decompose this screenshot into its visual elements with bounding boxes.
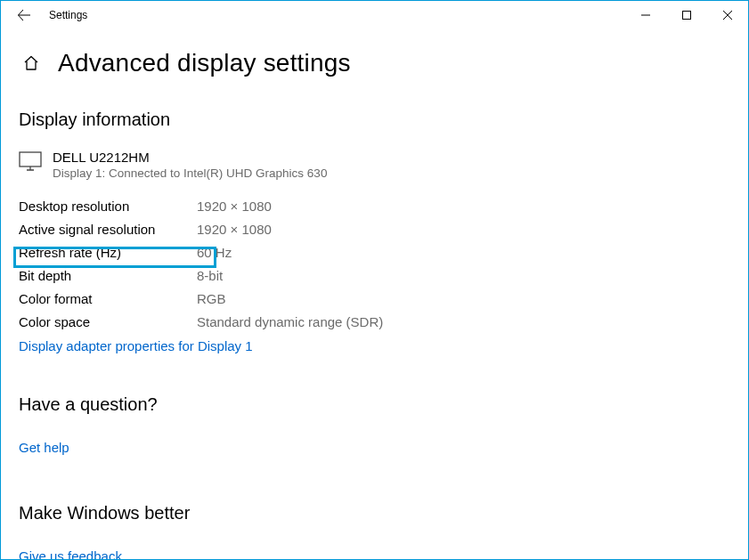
have-a-question-section: Have a question? Get help: [19, 394, 730, 455]
content-area: Advanced display settings Display inform…: [1, 49, 748, 560]
monitor-name: DELL U2212HM: [53, 150, 327, 165]
prop-row-color-format: Color format RGB: [19, 287, 730, 310]
prop-label: Color space: [19, 314, 197, 329]
minimize-button[interactable]: [625, 1, 666, 29]
monitor-icon: [19, 151, 44, 171]
prop-row-refresh-rate: Refresh rate (Hz) 60 Hz: [19, 240, 730, 264]
display-properties-table: Desktop resolution 1920 × 1080 Active si…: [19, 194, 730, 333]
display-info-heading: Display information: [19, 110, 730, 130]
give-feedback-link[interactable]: Give us feedback: [19, 548, 122, 560]
window-title: Settings: [49, 9, 87, 21]
close-button[interactable]: [707, 1, 748, 29]
prop-value: Standard dynamic range (SDR): [197, 314, 383, 329]
make-windows-better-section: Make Windows better Give us feedback: [19, 503, 730, 560]
get-help-link[interactable]: Get help: [19, 440, 69, 455]
prop-row-active-signal-resolution: Active signal resolution 1920 × 1080: [19, 217, 730, 240]
maximize-icon: [682, 11, 691, 20]
prop-label: Color format: [19, 291, 197, 306]
prop-label: Active signal resolution: [19, 222, 197, 237]
window-controls: [625, 1, 748, 29]
prop-value: 60 Hz: [197, 245, 232, 260]
page-header: Advanced display settings: [19, 49, 730, 77]
prop-label: Bit depth: [19, 268, 197, 283]
prop-label: Refresh rate (Hz): [19, 245, 197, 260]
prop-value: 1920 × 1080: [197, 222, 272, 237]
monitor-summary: DELL U2212HM Display 1: Connected to Int…: [19, 150, 730, 180]
prop-label: Desktop resolution: [19, 199, 197, 214]
monitor-description: Display 1: Connected to Intel(R) UHD Gra…: [53, 166, 327, 180]
minimize-icon: [641, 11, 650, 20]
prop-value: RGB: [197, 291, 226, 306]
prop-value: 1920 × 1080: [197, 199, 272, 214]
home-button[interactable]: [19, 51, 44, 76]
close-icon: [723, 11, 732, 20]
maximize-button[interactable]: [666, 1, 707, 29]
svg-rect-1: [20, 152, 41, 166]
question-heading: Have a question?: [19, 394, 730, 415]
prop-row-desktop-resolution: Desktop resolution 1920 × 1080: [19, 194, 730, 217]
prop-row-bit-depth: Bit depth 8-bit: [19, 264, 730, 287]
back-button[interactable]: [10, 1, 38, 29]
prop-row-color-space: Color space Standard dynamic range (SDR): [19, 310, 730, 333]
feedback-heading: Make Windows better: [19, 503, 730, 523]
arrow-left-icon: [17, 8, 31, 22]
page-title: Advanced display settings: [58, 49, 351, 77]
display-information-section: Display information DELL U2212HM Display…: [19, 110, 730, 353]
home-icon: [22, 54, 40, 72]
prop-value: 8-bit: [197, 268, 223, 283]
svg-rect-0: [683, 12, 691, 20]
display-adapter-properties-link[interactable]: Display adapter properties for Display 1: [19, 338, 253, 353]
